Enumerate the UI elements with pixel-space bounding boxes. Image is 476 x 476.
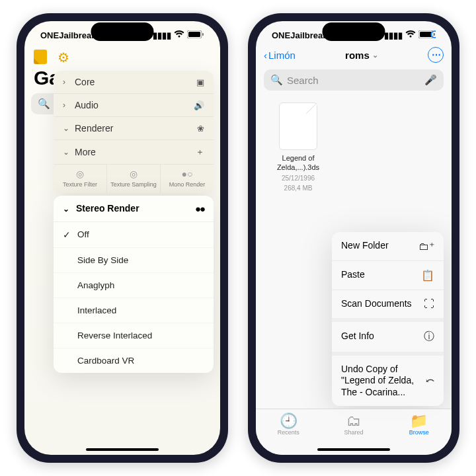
chevron-right-icon: ›: [63, 77, 69, 87]
svg-rect-1: [188, 32, 200, 37]
toggle-row: ◎Texture Filter ◎Texture Sampling ●○Mono…: [54, 165, 214, 193]
ctx-new-folder[interactable]: New Folder🗀⁺: [332, 232, 444, 261]
dynamic-island: [323, 22, 385, 41]
chevron-left-icon: ‹: [264, 50, 267, 61]
option-cardboard-vr[interactable]: Cardboard VR: [54, 348, 214, 373]
file-grid: Legend of Zelda,...).3ds 25/12/1996 268,…: [256, 96, 452, 199]
tab-recents[interactable]: 🕘Recents: [256, 413, 321, 444]
screen-left: ONEJailbreak ▮▮▮▮ ⚙ Ga 🔍 S ONEJailbreak: [24, 21, 220, 455]
menu-more[interactable]: ⌄More ＋: [54, 140, 214, 165]
back-button[interactable]: ‹ Limón: [264, 50, 296, 61]
chevron-down-icon: ⌄: [63, 147, 69, 157]
file-size: 268,4 MB: [266, 184, 330, 192]
menu-core[interactable]: ›Core ▣: [54, 71, 214, 94]
tab-browse[interactable]: 📁Browse: [386, 413, 452, 444]
more-button[interactable]: ⋯: [428, 47, 444, 63]
menu-audio[interactable]: ›Audio 🔊: [54, 94, 214, 117]
gear-icon[interactable]: ⚙: [58, 50, 69, 65]
option-reverse-interlaced[interactable]: Reverse Interlaced: [54, 323, 214, 348]
file-date: 25/12/1996: [266, 174, 330, 182]
folder-title[interactable]: roms ⌄: [345, 50, 378, 61]
file-thumbnail: [279, 102, 317, 150]
nav-bar: ‹ Limón roms ⌄ ⋯: [256, 43, 452, 67]
header-icons: ⚙: [31, 47, 214, 67]
mic-icon[interactable]: 🎤: [424, 74, 437, 86]
settings-menu: ›Core ▣ ›Audio 🔊 ⌄Renderer ❀ ⌄More ＋: [54, 71, 214, 193]
status-right: ▮▮▮▮: [153, 30, 204, 40]
shared-folder-icon: 🗂: [321, 413, 387, 429]
slider-icon: ◎: [108, 169, 159, 180]
screen-right: ONEJailbreak ▮▮▮▮ ‹ Limón roms ⌄ ⋯ 🔍 Sea…: [256, 21, 452, 455]
ctx-get-info[interactable]: Get Infoⓘ: [332, 322, 444, 356]
option-side-by-side[interactable]: Side By Side: [54, 248, 214, 273]
magnify-icon: 🔍: [270, 74, 283, 86]
magnify-icon: 🔍: [38, 98, 50, 110]
menu-stack: ›Core ▣ ›Audio 🔊 ⌄Renderer ❀ ⌄More ＋: [54, 71, 214, 373]
file-zelda-3ds[interactable]: Legend of Zelda,...).3ds 25/12/1996 268,…: [266, 102, 330, 192]
dots-icon: ●●: [195, 203, 204, 214]
signal-icon: ▮▮▮▮: [384, 30, 403, 40]
option-interlaced[interactable]: Interlaced: [54, 298, 214, 323]
content-left: ⚙ Ga 🔍 S ONEJailbreak ›Core ▣ ›Audio 🔊: [24, 43, 220, 450]
info-icon: ⓘ: [424, 330, 434, 344]
option-off[interactable]: ✓Off: [54, 222, 214, 248]
home-indicator[interactable]: [86, 448, 159, 451]
plus-icon: ＋: [196, 146, 204, 158]
folder-icon: 📁: [386, 413, 452, 429]
search-field[interactable]: 🔍 Search 🎤: [264, 69, 444, 91]
menu-renderer[interactable]: ⌄Renderer ❀: [54, 117, 214, 140]
chevron-down-icon: ⌄: [63, 124, 69, 133]
chevron-down-icon: ⌄: [372, 51, 378, 60]
clock-icon: 🕘: [256, 413, 321, 429]
slider-icon: ◎: [55, 169, 105, 180]
toggle-mono-render[interactable]: ●○Mono Render: [161, 165, 214, 193]
battery-icon: [187, 30, 204, 40]
status-right: ▮▮▮▮: [384, 30, 436, 40]
ctx-undo[interactable]: Undo Copy of "Legend of Zelda, The - Oca…: [332, 356, 444, 407]
checkmark-icon: ✓: [63, 229, 77, 240]
svg-rect-2: [202, 33, 204, 36]
tab-shared[interactable]: 🗂Shared: [321, 413, 387, 444]
file-name: Legend of Zelda,...).3ds: [266, 154, 330, 173]
signal-icon: ▮▮▮▮: [153, 30, 171, 40]
battery-icon: [418, 30, 436, 40]
ctx-scan[interactable]: Scan Documents⛶: [332, 290, 444, 322]
submenu-header[interactable]: ⌄ Stereo Render ●●: [54, 196, 214, 222]
dynamic-island: [91, 22, 154, 41]
phone-right: ONEJailbreak ▮▮▮▮ ‹ Limón roms ⌄ ⋯ 🔍 Sea…: [248, 13, 459, 463]
home-indicator[interactable]: [317, 448, 390, 451]
dot-icon: ●○: [162, 169, 212, 180]
clipboard-icon: 📋: [421, 269, 434, 282]
svg-rect-5: [434, 33, 435, 36]
search-placeholder: Search: [287, 75, 319, 86]
stereo-render-submenu: ⌄ Stereo Render ●● ✓Off Side By Side Ana…: [54, 196, 214, 373]
wifi-icon: [405, 30, 416, 40]
context-menu: ONEJailbreak New Folder🗀⁺ Paste📋 Scan Do…: [332, 232, 444, 407]
toggle-texture-filter[interactable]: ◎Texture Filter: [54, 165, 107, 193]
scan-icon: ⛶: [424, 298, 434, 310]
folder-plus-icon: 🗀⁺: [418, 240, 434, 253]
carrier-label: ONEJailbreak: [40, 30, 97, 40]
undo-icon: ⤺: [426, 374, 434, 387]
cpu-icon: ▣: [196, 77, 204, 87]
note-icon[interactable]: [34, 50, 47, 64]
carrier-label: ONEJailbreak: [272, 30, 328, 40]
speaker-icon: 🔊: [194, 100, 204, 110]
svg-rect-4: [420, 32, 432, 37]
ctx-paste[interactable]: Paste📋: [332, 261, 444, 290]
toggle-texture-sampling[interactable]: ◎Texture Sampling: [107, 165, 161, 193]
chevron-right-icon: ›: [63, 100, 69, 110]
flower-icon: ❀: [197, 124, 204, 134]
option-anaglyph[interactable]: Anaglyph: [54, 273, 214, 298]
wifi-icon: [174, 30, 184, 40]
chevron-down-icon: ⌄: [63, 204, 69, 214]
phone-left: ONEJailbreak ▮▮▮▮ ⚙ Ga 🔍 S ONEJailbreak: [17, 13, 228, 463]
